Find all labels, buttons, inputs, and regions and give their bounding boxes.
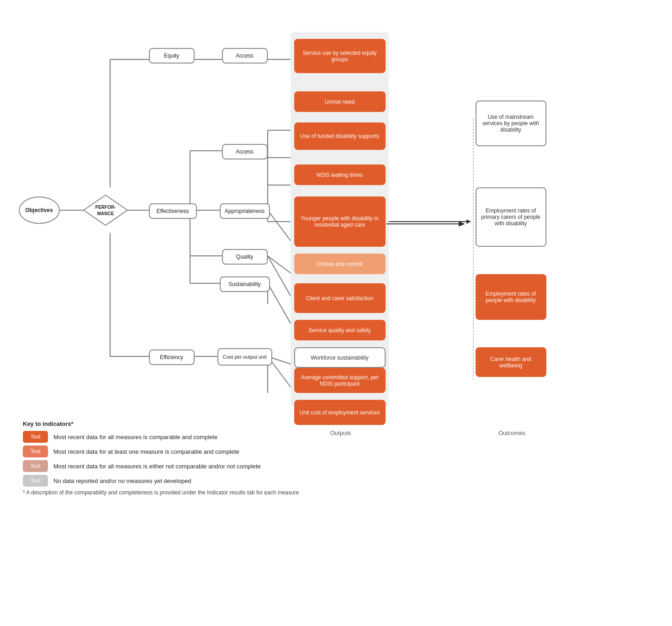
objectives-node: Objectives xyxy=(19,196,60,224)
output-service-use[interactable]: Service use by selected equity groups xyxy=(294,39,386,73)
output-service-use-label: Service use by selected equity groups xyxy=(298,50,382,63)
key-box-3: Text xyxy=(23,460,48,472)
output-workforce[interactable]: Workforce sustainability xyxy=(294,347,386,368)
key-item-4: Text No data reported and/or no measures… xyxy=(23,475,649,487)
cost-per-output-label: Cost per output unit xyxy=(222,354,266,360)
output-client-carer[interactable]: Client and carer satisfaction xyxy=(294,283,386,313)
appropriateness-node: Appropriateness xyxy=(220,203,270,219)
svg-marker-28 xyxy=(466,219,471,224)
outcome-carer-health[interactable]: Carer health and wellbeing xyxy=(476,347,546,377)
outcome-employment-disability-label: Employment rates of people with disabili… xyxy=(479,291,543,303)
output-service-quality-label: Service quality and safety xyxy=(308,327,371,334)
svg-marker-30 xyxy=(84,195,127,225)
performance-node: PERFOR- MANCE xyxy=(83,194,128,226)
outcome-mainstream[interactable]: Use of mainstream services by people wit… xyxy=(476,101,546,146)
access-2-label: Access xyxy=(236,149,254,155)
output-unmet-need[interactable]: Unmet need xyxy=(294,91,386,112)
output-funded-supports-label: Use of funded disability supports xyxy=(300,133,379,139)
outcome-primary-carers-label: Employment rates of primary carers of pe… xyxy=(480,207,542,227)
outcome-carer-health-label: Carer health and wellbeing xyxy=(479,356,543,369)
equity-node: Equity xyxy=(149,48,195,64)
sustainability-label: Sustainability xyxy=(228,281,261,287)
key-box-2: Text xyxy=(23,446,48,457)
output-avg-support[interactable]: Average committed support, per NDIS part… xyxy=(294,368,386,393)
key-box-4: Text xyxy=(23,475,48,487)
output-ndis-waiting-label: NDIS waiting times xyxy=(317,172,363,178)
key-item-2: Text Most recent data for at least one m… xyxy=(23,446,649,457)
key-text-4: No data reported and/or no measures yet … xyxy=(53,477,191,484)
outcomes-label: Outcomes xyxy=(487,430,537,436)
output-ndis-waiting[interactable]: NDIS waiting times xyxy=(294,164,386,185)
output-unit-cost-label: Unit cost of employment services xyxy=(299,409,380,416)
quality-label: Quality xyxy=(236,254,253,260)
performance-diamond-svg: PERFOR- MANCE xyxy=(83,194,128,226)
access-2-node: Access xyxy=(222,144,268,159)
key-text-1: Most recent data for all measures is com… xyxy=(53,434,217,440)
output-service-quality[interactable]: Service quality and safety xyxy=(294,320,386,340)
efficiency-label: Efficiency xyxy=(160,354,183,361)
svg-marker-34 xyxy=(459,221,465,227)
outcome-primary-carers[interactable]: Employment rates of primary carers of pe… xyxy=(476,187,546,247)
access-1-node: Access xyxy=(222,48,268,64)
effectiveness-node: Effectiveness xyxy=(149,203,197,219)
output-client-carer-label: Client and carer satisfaction xyxy=(306,295,373,302)
key-box-2-label: Text xyxy=(30,448,40,455)
key-note: * A description of the comparability and… xyxy=(23,489,649,496)
key-text-3: Most recent data for all measures is eit… xyxy=(53,463,261,470)
access-1-label: Access xyxy=(236,53,254,59)
outcome-employment-disability[interactable]: Employment rates of people with disabili… xyxy=(476,274,546,320)
outcome-mainstream-label: Use of mainstream services by people wit… xyxy=(480,114,542,133)
effectiveness-label: Effectiveness xyxy=(156,208,189,214)
output-unit-cost[interactable]: Unit cost of employment services xyxy=(294,400,386,425)
key-box-1-label: Text xyxy=(30,434,40,440)
output-choice-control-label: Choice and control xyxy=(317,261,362,267)
output-avg-support-label: Average committed support, per NDIS part… xyxy=(298,374,382,387)
efficiency-node: Efficiency xyxy=(149,350,195,365)
appropriateness-label: Appropriateness xyxy=(225,208,265,214)
svg-text:MANCE: MANCE xyxy=(97,211,114,216)
outputs-label: Outputs xyxy=(309,430,373,436)
sustainability-node: Sustainability xyxy=(220,276,270,292)
quality-node: Quality xyxy=(222,249,268,265)
performance-framework-diagram: Objectives PERFOR- MANCE Equity Access E… xyxy=(12,14,661,411)
key-box-1: Text xyxy=(23,431,48,443)
output-younger-people[interactable]: Younger people with disability in reside… xyxy=(294,196,386,247)
key-item-3: Text Most recent data for all measures i… xyxy=(23,460,649,472)
svg-text:PERFOR-: PERFOR- xyxy=(95,205,116,210)
output-funded-supports[interactable]: Use of funded disability supports xyxy=(294,122,386,150)
key-box-3-label: Text xyxy=(30,463,40,469)
output-younger-people-label: Younger people with disability in reside… xyxy=(298,215,382,228)
equity-label: Equity xyxy=(164,53,179,59)
objectives-label: Objectives xyxy=(25,207,53,213)
output-unmet-need-label: Unmet need xyxy=(325,99,355,105)
key-box-4-label: Text xyxy=(30,477,40,484)
key-text-2: Most recent data for at least one measur… xyxy=(53,448,239,455)
output-choice-control[interactable]: Choice and control xyxy=(294,254,386,274)
output-workforce-label: Workforce sustainability xyxy=(311,355,369,361)
arrow-svg xyxy=(386,217,471,231)
cost-per-output-node: Cost per output unit xyxy=(217,348,272,366)
